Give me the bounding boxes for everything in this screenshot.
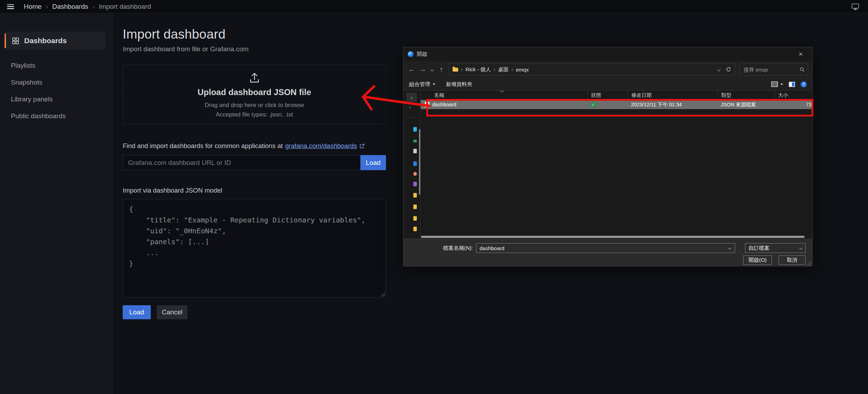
json-model-label: Import via dashboard JSON model — [123, 187, 386, 194]
address-crumb-emqx[interactable]: emqx — [516, 67, 529, 73]
sidebar-items: Playlists Snapshots Library panels Publi… — [0, 57, 112, 125]
preview-pane-icon[interactable] — [789, 82, 795, 87]
address-separator: › — [461, 67, 463, 72]
upload-accepted-types: Accepted file types: .json, .txt — [216, 111, 293, 118]
nav-pane-divider — [406, 117, 416, 118]
nav-shortcut-icon[interactable] — [413, 182, 417, 186]
upload-icon — [248, 71, 261, 84]
sidebar-item-public-dashboards[interactable]: Public dashboards — [0, 108, 112, 125]
navigation-pane-collapsed: › › — [404, 91, 420, 239]
upload-title: Upload dashboard JSON file — [197, 87, 311, 97]
page-subtitle: Import dashboard from file or Grafana.co… — [123, 45, 386, 53]
sidebar-header-label: Dashboards — [24, 36, 67, 45]
file-date-modified: 2023/12/11 下午 01:34 — [628, 100, 718, 109]
file-name: dashboard — [432, 102, 456, 107]
organize-caret-icon — [433, 84, 435, 85]
gcom-load-button[interactable]: Load — [360, 155, 386, 170]
sync-status-icon: ✓ — [591, 102, 596, 107]
file-row-dashboard[interactable]: {} dashboard ✓ 2023/12/11 下午 01:34 JSON … — [421, 100, 812, 109]
dialog-title: 開啟 — [417, 51, 427, 58]
gcom-dashboards-link[interactable]: grafana.com/dashboards — [285, 142, 357, 150]
horizontal-scrollbar[interactable] — [421, 236, 805, 238]
breadcrumb-dashboards[interactable]: Dashboards — [52, 3, 88, 11]
search-box — [739, 64, 808, 75]
help-icon[interactable]: ? — [801, 81, 807, 87]
sidebar-item-playlists[interactable]: Playlists — [0, 57, 112, 74]
address-crumb-desktop[interactable]: 桌面 — [498, 66, 509, 73]
nav-tree-chevron-icon[interactable]: › — [409, 104, 411, 110]
address-separator: › — [511, 67, 513, 72]
dialog-cancel-button[interactable]: 取消 — [779, 255, 806, 265]
cancel-button[interactable]: Cancel — [157, 305, 188, 319]
dialog-close-icon[interactable]: × — [793, 47, 808, 61]
view-mode-caret-icon[interactable] — [780, 84, 783, 85]
nav-history-chevron-icon[interactable] — [430, 68, 434, 71]
sidebar: Dashboards Playlists Snapshots Library p… — [0, 13, 113, 394]
new-folder-button[interactable]: 新增資料夾 — [446, 81, 472, 88]
nav-folder-icon[interactable] — [413, 216, 417, 221]
file-type: JSON 來源檔案 — [718, 100, 774, 109]
filename-input[interactable] — [476, 243, 735, 253]
gcom-url-input[interactable] — [123, 155, 360, 170]
hamburger-menu-icon[interactable] — [7, 4, 14, 9]
address-dropdown-chevron-icon[interactable] — [717, 68, 721, 71]
dashboards-grid-icon — [12, 38, 19, 44]
breadcrumb-separator: › — [92, 3, 94, 11]
dialog-titlebar[interactable]: 開啟 × — [404, 47, 812, 61]
sidebar-item-snapshots[interactable]: Snapshots — [0, 74, 112, 91]
address-crumb-user[interactable]: Rick - 個人 — [466, 66, 491, 73]
refresh-icon[interactable] — [726, 67, 731, 72]
nav-back-icon[interactable]: ← — [408, 66, 415, 73]
address-bar[interactable]: › Rick - 個人 › 桌面 › emqx — [449, 64, 735, 75]
resize-grip[interactable] — [807, 261, 811, 266]
dialog-open-button[interactable]: 開啟(O) — [743, 255, 772, 265]
breadcrumb-home[interactable]: Home — [24, 3, 42, 11]
nav-shortcut-icon[interactable] — [413, 172, 417, 176]
page-title: Import dashboard — [123, 27, 386, 42]
file-open-dialog: 開啟 × ← → ↑ › Rick - 個人 › 桌面 › emqx — [403, 47, 813, 266]
json-model-textarea[interactable]: { "title": "Example - Repeating Dictiona… — [123, 199, 386, 298]
form-actions: Load Cancel — [123, 305, 386, 319]
dialog-footer: 檔案名稱(N): 自訂檔案 開啟(O) 取消 — [404, 239, 812, 267]
edge-browser-icon — [408, 51, 414, 57]
nav-shortcut-icon[interactable] — [413, 161, 417, 166]
breadcrumb-separator: › — [46, 3, 48, 11]
filetype-select[interactable]: 自訂檔案 — [745, 243, 806, 253]
nav-shortcut-icon[interactable] — [413, 127, 417, 132]
dialog-navigation-bar: ← → ↑ › Rick - 個人 › 桌面 › emqx — [404, 61, 812, 78]
file-size: 73 — [774, 100, 812, 109]
column-header-size[interactable]: 大小 — [774, 91, 812, 100]
nav-up-icon[interactable]: ↑ — [438, 66, 445, 73]
gcom-find-line: Find and import dashboards for common ap… — [123, 142, 386, 150]
column-header-status[interactable]: 狀態 — [588, 91, 628, 100]
organize-menu[interactable]: 組合管理 — [409, 81, 435, 88]
sidebar-item-library-panels[interactable]: Library panels — [0, 91, 112, 108]
search-icon — [800, 67, 805, 72]
gcom-prefix-text: Find and import dashboards for common ap… — [123, 142, 283, 150]
view-mode-icon[interactable] — [771, 81, 778, 87]
nav-forward-icon[interactable]: → — [419, 66, 427, 73]
nav-folder-icon[interactable] — [413, 227, 417, 231]
breadcrumb-current: Import dashboard — [99, 3, 151, 11]
nav-folder-icon[interactable] — [413, 205, 417, 209]
address-separator: › — [494, 67, 495, 72]
upload-dropzone[interactable]: Upload dashboard JSON file Drag and drop… — [123, 65, 386, 125]
nav-folder-icon[interactable] — [413, 193, 417, 198]
nav-shortcut-icon[interactable] — [413, 149, 417, 153]
breadcrumb: Home › Dashboards › Import dashboard — [24, 3, 151, 11]
folder-icon — [453, 68, 458, 72]
column-header-name[interactable]: 名稱 — [421, 91, 588, 100]
load-button[interactable]: Load — [123, 305, 151, 319]
nav-shortcut-icon[interactable] — [413, 140, 417, 142]
gcom-import-row: Load — [123, 155, 386, 170]
monitor-icon[interactable] — [851, 3, 860, 11]
column-header-type[interactable]: 類型 — [718, 91, 774, 100]
file-list-region: › › 名稱 狀態 修改日期 — [404, 90, 812, 239]
filename-label: 檔案名稱(N): — [404, 245, 473, 252]
sidebar-section-dashboards[interactable]: Dashboards — [5, 32, 105, 50]
column-header-date[interactable]: 修改日期 — [628, 91, 718, 100]
nav-pane-expander-icon[interactable]: › — [406, 93, 417, 102]
upload-drag-hint: Drag and drop here or click to browse — [205, 102, 304, 109]
external-link-icon — [359, 143, 365, 149]
search-input[interactable] — [743, 66, 800, 73]
